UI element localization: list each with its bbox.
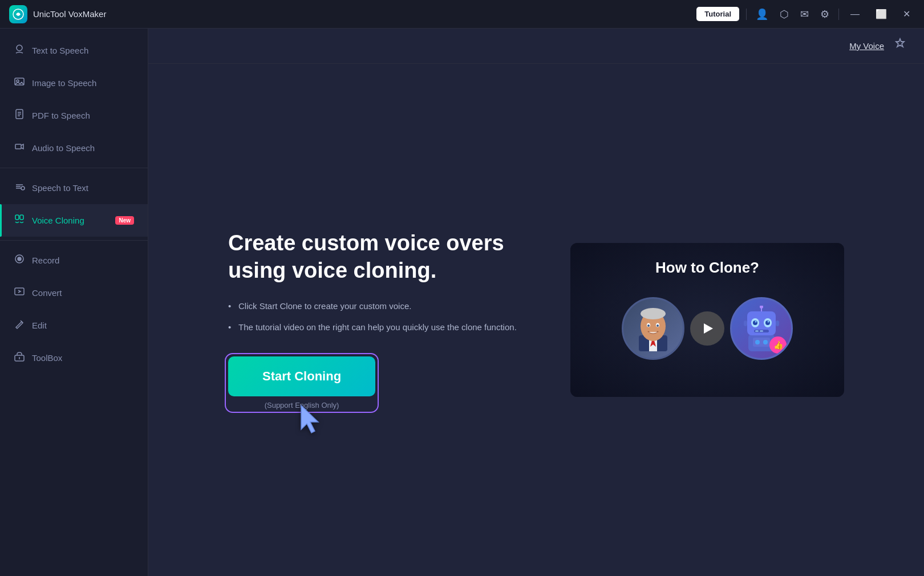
svg-point-39 <box>760 306 763 309</box>
sidebar-item-convert[interactable]: Convert <box>0 277 148 309</box>
video-thumbnail[interactable]: How to Clone? <box>570 243 844 397</box>
app-logo <box>9 5 27 23</box>
convert-icon <box>14 286 25 300</box>
svg-point-18 <box>641 308 666 319</box>
svg-rect-41 <box>776 321 779 326</box>
toolbox-icon <box>14 351 25 365</box>
hero-title: Create custom voice oversusing voice clo… <box>228 230 525 284</box>
discord-icon[interactable]: ⬡ <box>777 6 791 23</box>
sidebar-item-speech-to-text[interactable]: Speech to Text <box>0 172 148 204</box>
support-text: (Support English Only) <box>228 401 375 409</box>
text-to-speech-icon <box>14 43 25 58</box>
tutorial-button[interactable]: Tutorial <box>696 7 739 21</box>
svg-point-1 <box>17 45 22 51</box>
speech-to-text-icon <box>14 181 25 195</box>
maximize-button[interactable]: ⬜ <box>871 6 891 22</box>
svg-point-22 <box>656 324 659 327</box>
titlebar: UnicTool VoxMaker Tutorial 👤 ⬡ ✉ ⚙ — ⬜ ✕ <box>0 0 924 29</box>
avatar-robot: 👍 <box>730 297 793 360</box>
sidebar-item-edit[interactable]: Edit <box>0 309 148 342</box>
new-badge: New <box>115 216 134 225</box>
titlebar-left: UnicTool VoxMaker <box>9 5 106 23</box>
video-section: How to Clone? <box>570 243 844 397</box>
audio-to-speech-icon <box>14 141 25 155</box>
svg-point-21 <box>647 324 650 327</box>
sidebar-label-edit: Edit <box>32 321 134 330</box>
sidebar-item-record[interactable]: Record <box>0 244 148 277</box>
start-cloning-button[interactable]: Start Cloning <box>228 356 375 396</box>
sidebar-item-audio-to-speech[interactable]: Audio to Speech <box>0 132 148 164</box>
bullet-list: Click Start Clone to create your custom … <box>228 300 525 334</box>
voice-settings-icon[interactable] <box>893 38 907 54</box>
svg-rect-8 <box>20 215 23 220</box>
avatar-person <box>622 297 684 360</box>
minimize-button[interactable]: — <box>846 7 864 22</box>
my-voice-link[interactable]: My Voice <box>849 41 884 51</box>
sidebar-label-audio-to-speech: Audio to Speech <box>32 143 134 153</box>
svg-point-10 <box>18 257 21 261</box>
sidebar: Text to Speech Image to Speech PDF to Sp… <box>0 29 148 576</box>
separator-2 <box>838 9 839 20</box>
sidebar-label-text-to-speech: Text to Speech <box>32 46 134 55</box>
svg-rect-7 <box>15 215 19 220</box>
svg-point-33 <box>755 321 757 323</box>
record-icon <box>14 253 25 267</box>
like-badge: 👍 <box>769 336 787 354</box>
sidebar-label-record: Record <box>32 255 134 265</box>
sidebar-divider-1 <box>0 168 148 168</box>
bullet-item-1: Click Start Clone to create your custom … <box>228 300 525 313</box>
svg-rect-11 <box>15 288 24 295</box>
edit-icon <box>14 318 25 332</box>
left-section: Create custom voice oversusing voice clo… <box>228 230 525 410</box>
app-title-text: UnicTool VoxMaker <box>33 9 106 19</box>
image-to-speech-icon <box>14 76 25 90</box>
settings-icon[interactable]: ⚙ <box>818 6 832 23</box>
sidebar-label-pdf-to-speech: PDF to Speech <box>32 111 134 120</box>
close-button[interactable]: ✕ <box>898 6 915 22</box>
sidebar-label-image-to-speech: Image to Speech <box>32 78 134 88</box>
avatars-row: 👍 <box>622 297 793 360</box>
bullet-item-2: The tutorial video on the right can help… <box>228 321 525 334</box>
sidebar-divider-2 <box>0 240 148 241</box>
video-title: How to Clone? <box>655 259 759 277</box>
start-cloning-area: Start Cloning (Support English Only) <box>228 356 375 409</box>
svg-rect-5 <box>15 144 21 149</box>
sidebar-item-pdf-to-speech[interactable]: PDF to Speech <box>0 99 148 132</box>
sidebar-label-toolbox: ToolBox <box>32 353 134 363</box>
sidebar-item-text-to-speech[interactable]: Text to Speech <box>0 34 148 67</box>
voice-cloning-icon <box>14 213 25 228</box>
svg-rect-40 <box>744 321 747 326</box>
svg-point-27 <box>763 340 768 344</box>
play-button[interactable] <box>690 311 724 346</box>
sidebar-label-convert: Convert <box>32 288 134 298</box>
user-icon[interactable]: 👤 <box>753 6 771 23</box>
sidebar-label-speech-to-text: Speech to Text <box>32 183 134 193</box>
mail-icon[interactable]: ✉ <box>798 6 811 23</box>
sidebar-item-voice-cloning[interactable]: Voice Cloning New <box>0 204 148 237</box>
content-main: Create custom voice oversusing voice clo… <box>148 64 924 576</box>
sidebar-item-toolbox[interactable]: ToolBox <box>0 342 148 374</box>
svg-rect-37 <box>760 330 763 332</box>
svg-point-34 <box>768 321 769 323</box>
sidebar-label-voice-cloning: Voice Cloning <box>32 216 108 225</box>
main-layout: Text to Speech Image to Speech PDF to Sp… <box>0 29 924 576</box>
separator-1 <box>746 9 747 20</box>
sidebar-item-image-to-speech[interactable]: Image to Speech <box>0 67 148 99</box>
svg-rect-36 <box>755 330 759 332</box>
content-topbar: My Voice <box>148 29 924 64</box>
content-area: My Voice Create custom voice oversusing … <box>148 29 924 576</box>
svg-point-26 <box>755 340 760 344</box>
pdf-to-speech-icon <box>14 108 25 123</box>
svg-marker-23 <box>704 323 713 334</box>
titlebar-right: Tutorial 👤 ⬡ ✉ ⚙ — ⬜ ✕ <box>696 6 915 23</box>
